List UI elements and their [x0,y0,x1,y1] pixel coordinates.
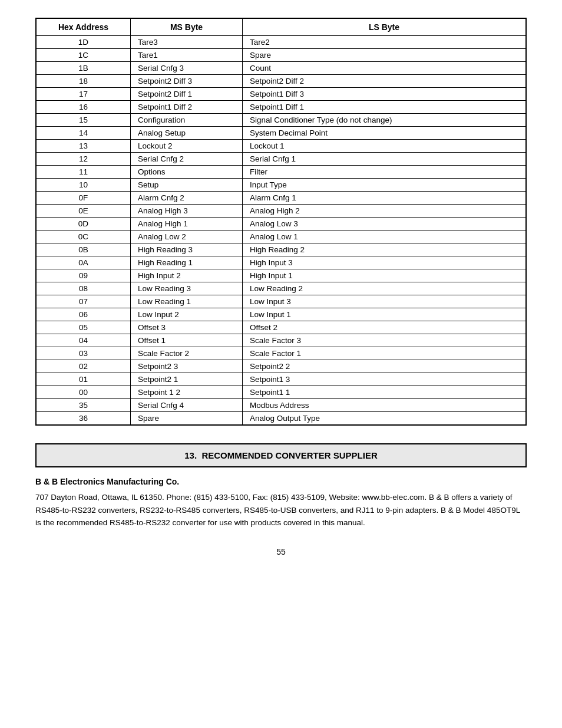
table-cell-col2: Offset 2 [243,321,526,334]
table-cell-col0: 35 [37,399,131,412]
table-cell-col2: Scale Factor 1 [243,347,526,360]
company-name: B & B Electronics Manufacturing Co. [35,477,527,486]
table-row: 04Offset 1Scale Factor 3 [37,334,526,347]
table-cell-col1: Analog Setup [131,127,243,140]
table-cell-col2: Analog Low 1 [243,230,526,243]
table-row: 11OptionsFilter [37,166,526,179]
table-row: 15ConfigurationSignal Conditioner Type (… [37,114,526,127]
col-header-ms: MS Byte [131,19,243,36]
table-cell-col1: Serial Cnfg 3 [131,62,243,75]
table-cell-col2: Low Reading 2 [243,282,526,295]
table-cell-col2: Setpoint1 Diff 1 [243,101,526,114]
table-cell-col2: High Input 3 [243,256,526,269]
table-cell-col1: Analog Low 2 [131,230,243,243]
col-header-hex: Hex Address [37,19,131,36]
table-cell-col1: Tare1 [131,49,243,62]
table-cell-col0: 17 [37,88,131,101]
table-cell-col0: 07 [37,295,131,308]
table-row: 0EAnalog High 3Analog High 2 [37,205,526,218]
table-cell-col2: Filter [243,166,526,179]
table-cell-col0: 00 [37,386,131,399]
table-cell-col1: Tare3 [131,36,243,49]
table-row: 1DTare3Tare2 [37,36,526,49]
col-header-ls: LS Byte [243,19,526,36]
table-row: 01Setpoint2 1Setpoint1 3 [37,373,526,386]
table-cell-col0: 06 [37,308,131,321]
table-row: 13Lockout 2Lockout 1 [37,140,526,153]
table-cell-col1: Alarm Cnfg 2 [131,192,243,205]
table-cell-col2: Modbus Address [243,399,526,412]
table-row: 1CTare1Spare [37,49,526,62]
table-row: 0BHigh Reading 3High Reading 2 [37,243,526,256]
table-row: 09High Input 2High Input 1 [37,269,526,282]
table-cell-col0: 03 [37,347,131,360]
table-cell-col1: Options [131,166,243,179]
table-row: 05Offset 3Offset 2 [37,321,526,334]
table-cell-col0: 0B [37,243,131,256]
table-cell-col2: Low Input 3 [243,295,526,308]
table-cell-col1: High Reading 3 [131,243,243,256]
table-cell-col0: 02 [37,360,131,373]
table-cell-col0: 1C [37,49,131,62]
table-cell-col2: Setpoint2 2 [243,360,526,373]
table-cell-col0: 1D [37,36,131,49]
table-cell-col0: 0F [37,192,131,205]
table-cell-col0: 16 [37,101,131,114]
table-cell-col2: Alarm Cnfg 1 [243,192,526,205]
table-row: 00Setpoint 1 2Setpoint1 1 [37,386,526,399]
table-cell-col1: Low Input 2 [131,308,243,321]
table-row: 08Low Reading 3Low Reading 2 [37,282,526,295]
table-cell-col0: 36 [37,412,131,425]
table-row: 0FAlarm Cnfg 2Alarm Cnfg 1 [37,192,526,205]
table-row: 16Setpoint1 Diff 2Setpoint1 Diff 1 [37,101,526,114]
table-cell-col1: Low Reading 1 [131,295,243,308]
table-cell-col1: Setpoint2 1 [131,373,243,386]
table-cell-col0: 0A [37,256,131,269]
table-cell-col2: Analog Output Type [243,412,526,425]
table-row: 12Serial Cnfg 2Serial Cnfg 1 [37,153,526,166]
table-row: 17Setpoint2 Diff 1Setpoint1 Diff 3 [37,88,526,101]
table-cell-col1: Spare [131,412,243,425]
table-cell-col1: Offset 3 [131,321,243,334]
table-cell-col0: 18 [37,75,131,88]
table-cell-col1: Setup [131,179,243,192]
company-description: 707 Dayton Road, Ottawa, IL 61350. Phone… [35,491,527,529]
table-cell-col1: Setpoint 1 2 [131,386,243,399]
hex-address-table: Hex Address MS Byte LS Byte 1DTare3Tare2… [35,18,527,426]
table-cell-col1: Serial Cnfg 4 [131,399,243,412]
table-cell-col0: 12 [37,153,131,166]
table-cell-col2: Count [243,62,526,75]
table-cell-col2: System Decimal Point [243,127,526,140]
table-row: 18Setpoint2 Diff 3Setpoint2 Diff 2 [37,75,526,88]
table-cell-col1: Analog High 3 [131,205,243,218]
table-cell-col1: High Input 2 [131,269,243,282]
table-cell-col2: Setpoint1 3 [243,373,526,386]
table-row: 35Serial Cnfg 4Modbus Address [37,399,526,412]
table-cell-col1: Analog High 1 [131,218,243,230]
table-cell-col2: Analog Low 3 [243,218,526,230]
table-cell-col0: 08 [37,282,131,295]
table-cell-col0: 0D [37,218,131,230]
table-cell-col2: Tare2 [243,36,526,49]
table-cell-col0: 01 [37,373,131,386]
table-row: 1BSerial Cnfg 3Count [37,62,526,75]
table-row: 0CAnalog Low 2Analog Low 1 [37,230,526,243]
company-block: B & B Electronics Manufacturing Co. 707 … [35,477,527,529]
table-cell-col0: 0C [37,230,131,243]
table-cell-col0: 14 [37,127,131,140]
table-cell-col2: Spare [243,49,526,62]
table-cell-col0: 05 [37,321,131,334]
table-cell-col0: 04 [37,334,131,347]
table-row: 06Low Input 2Low Input 1 [37,308,526,321]
table-cell-col2: Setpoint1 Diff 3 [243,88,526,101]
table-cell-col0: 1B [37,62,131,75]
table-cell-col1: Offset 1 [131,334,243,347]
table-row: 03Scale Factor 2Scale Factor 1 [37,347,526,360]
table-row: 0AHigh Reading 1High Input 3 [37,256,526,269]
table-cell-col0: 11 [37,166,131,179]
table-cell-col1: Scale Factor 2 [131,347,243,360]
table-cell-col2: Setpoint1 1 [243,386,526,399]
table-cell-col2: High Input 1 [243,269,526,282]
table-cell-col2: Setpoint2 Diff 2 [243,75,526,88]
table-row: 02Setpoint2 3Setpoint2 2 [37,360,526,373]
